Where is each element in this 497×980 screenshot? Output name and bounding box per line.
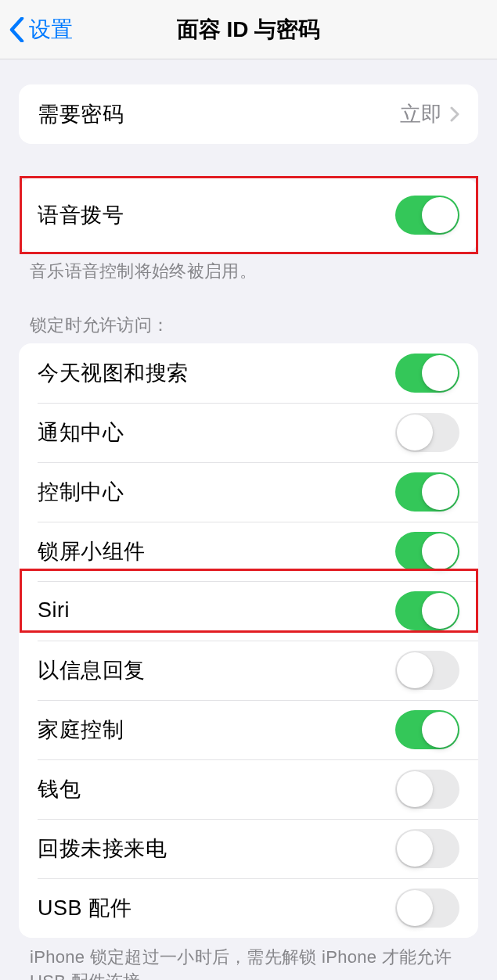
voice-dial-group: 语音拨号 (19, 178, 478, 252)
voice-dial-footer: 音乐语音控制将始终被启用。 (0, 252, 497, 284)
passcode-group: 需要密码 立即 (19, 84, 478, 144)
lock-access-label: Siri (38, 598, 395, 623)
lock-access-label: 控制中心 (38, 478, 395, 506)
lock-access-row: 家庭控制 (19, 700, 478, 759)
voice-dial-row: 语音拨号 (19, 178, 478, 252)
lock-access-toggle[interactable] (395, 829, 459, 868)
lock-access-toggle[interactable] (395, 888, 459, 928)
lock-access-toggle[interactable] (395, 651, 459, 690)
lock-access-label: 锁屏小组件 (38, 537, 395, 565)
lock-access-toggle[interactable] (395, 532, 459, 571)
lock-access-row: USB 配件 (19, 878, 478, 938)
chevron-right-icon (450, 106, 459, 122)
lock-access-header: 锁定时允许访问： (0, 284, 497, 343)
page-title: 面容 ID 与密码 (177, 15, 321, 45)
lock-access-row: 锁屏小组件 (19, 522, 478, 581)
lock-access-row: 以信息回复 (19, 641, 478, 700)
lock-access-toggle[interactable] (395, 472, 459, 512)
require-passcode-value: 立即 (400, 100, 442, 128)
lock-access-toggle[interactable] (395, 770, 459, 809)
lock-access-row: 今天视图和搜索 (19, 343, 478, 403)
voice-dial-label: 语音拨号 (38, 201, 395, 229)
lock-access-label: 今天视图和搜索 (38, 359, 395, 387)
usb-footer: iPhone 锁定超过一小时后，需先解锁 iPhone 才能允许USB 配件连接… (0, 938, 497, 980)
lock-access-label: 以信息回复 (38, 656, 395, 684)
chevron-left-icon (9, 17, 24, 42)
back-label: 设置 (29, 15, 73, 45)
require-passcode-label: 需要密码 (38, 100, 400, 128)
lock-access-row: 钱包 (19, 759, 478, 819)
lock-access-label: 通知中心 (38, 418, 395, 447)
lock-access-row: 控制中心 (19, 462, 478, 522)
lock-access-toggle[interactable] (395, 591, 459, 630)
lock-access-label: 回拨未接来电 (38, 835, 395, 863)
lock-access-label: 家庭控制 (38, 716, 395, 744)
lock-access-row: 回拨未接来电 (19, 819, 478, 878)
require-passcode-row[interactable]: 需要密码 立即 (19, 84, 478, 144)
lock-access-toggle[interactable] (395, 354, 459, 393)
lock-access-row: Siri (19, 581, 478, 641)
navigation-bar: 设置 面容 ID 与密码 (0, 0, 497, 59)
voice-dial-toggle[interactable] (395, 196, 459, 235)
lock-access-label: 钱包 (38, 775, 395, 803)
lock-access-row: 通知中心 (19, 403, 478, 462)
lock-access-toggle[interactable] (395, 413, 459, 452)
lock-access-toggle[interactable] (395, 710, 459, 749)
lock-access-group: 今天视图和搜索通知中心控制中心锁屏小组件Siri以信息回复家庭控制钱包回拨未接来… (19, 343, 478, 938)
back-button[interactable]: 设置 (0, 15, 73, 45)
lock-access-label: USB 配件 (38, 894, 395, 922)
